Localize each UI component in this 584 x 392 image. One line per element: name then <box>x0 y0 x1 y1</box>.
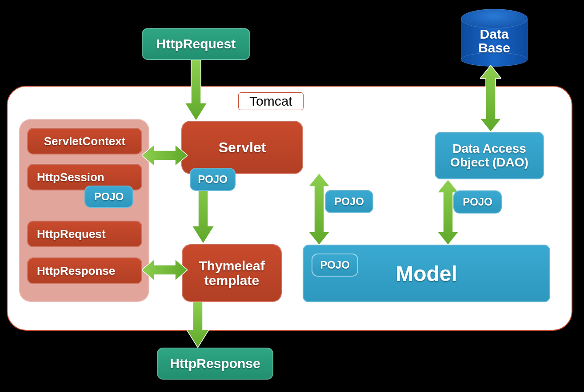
pojo-badge-session: POJO <box>84 186 133 208</box>
servlet-node: Servlet <box>181 121 303 174</box>
pojo-badge-dao-model: POJO <box>453 190 502 214</box>
arrow-context-thymeleaf <box>142 259 188 281</box>
arrow-thymeleaf-to-response <box>187 302 209 348</box>
arrow-request-to-servlet <box>185 60 207 121</box>
dao-node: Data Access Object (DAO) <box>435 132 544 179</box>
database-label: Data Base <box>461 9 528 67</box>
http-request-node: HttpRequest <box>142 28 250 60</box>
tomcat-label: Tomcat <box>238 92 304 110</box>
arrow-context-servlet <box>142 145 188 166</box>
pojo-badge-servlet-model: POJO <box>325 190 373 213</box>
http-response-ctx-node: HttpResponse <box>27 257 142 284</box>
thymeleaf-node: Thymeleaf template <box>182 244 282 302</box>
database-node: Data Base <box>461 9 528 67</box>
arrow-db-dao <box>480 65 501 132</box>
pojo-badge-servlet: POJO <box>190 168 236 191</box>
http-request-ctx-node: HttpRequest <box>27 221 142 247</box>
servlet-context-node: ServletContext <box>27 128 142 154</box>
pojo-badge-model: POJO <box>312 253 358 277</box>
http-response-node: HttpResponse <box>157 348 273 380</box>
